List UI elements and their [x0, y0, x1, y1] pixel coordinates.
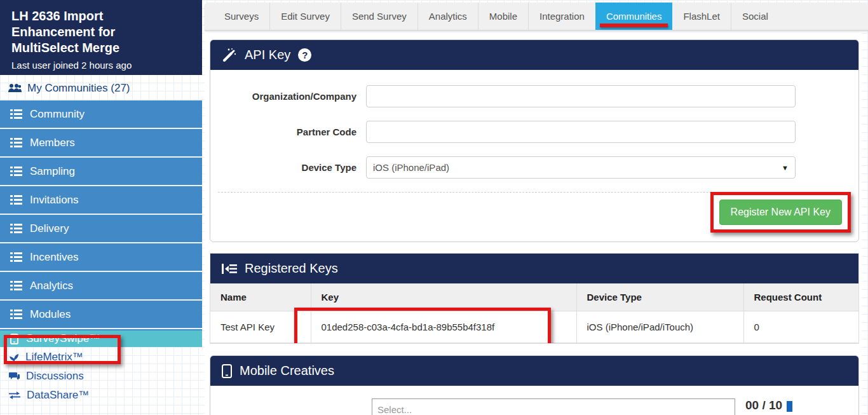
creative-select-placeholder: Select...: [377, 404, 412, 415]
tab-social[interactable]: Social: [731, 3, 779, 30]
register-new-api-key-button[interactable]: Register New API Key: [719, 200, 842, 225]
sidebar-item-label: Analytics: [30, 280, 73, 292]
tab-edit-survey[interactable]: Edit Survey: [269, 3, 341, 30]
tab-send-survey[interactable]: Send Survey: [341, 3, 417, 30]
device-type-selected-value: iOS (iPhone/iPad): [373, 162, 449, 173]
sidebar-item-sampling[interactable]: Sampling: [0, 158, 202, 186]
tab-label: Integration: [539, 11, 585, 22]
community-header: LH 2636 Import Enhancement for MultiSele…: [0, 0, 202, 75]
magic-wand-icon: [222, 48, 237, 63]
cell-device-type: iOS (iPhone/iPad/iTouch): [576, 311, 743, 343]
sidebar-item-label: DataShare™: [27, 389, 89, 402]
tab-label: Surveys: [224, 11, 259, 22]
api-key-form: Organization/Company Partner Code Device…: [210, 70, 858, 242]
api-key-panel: API Key ? Organization/Company Partner C…: [210, 39, 859, 242]
annotation-box-register-button: Register New API Key: [710, 192, 851, 233]
form-row-device-type: Device Type iOS (iPhone/iPad) ▼: [210, 156, 858, 179]
creative-counter: 00 / 10: [745, 398, 792, 412]
tab-label: Edit Survey: [281, 11, 330, 22]
cell-key-value: 01ded258-c03a-4cfa-bd1a-89b55b4f318f: [311, 311, 576, 343]
tab-communities-active[interactable]: Communities: [595, 3, 673, 30]
my-communities-link[interactable]: My Communities (27): [0, 75, 202, 100]
swap-arrows-icon: [9, 391, 20, 399]
sidebar-item-label: Sampling: [30, 165, 75, 178]
column-header-device-type: Device Type: [576, 283, 743, 311]
list-icon: [10, 109, 22, 119]
annotation-underline-communities: [600, 24, 668, 27]
mobile-phone-icon: [10, 334, 18, 344]
api-key-value-text: 01ded258-c03a-4cfa-bd1a-89b55b4f318f: [322, 322, 495, 332]
indent-list-icon: [222, 263, 237, 275]
device-type-label: Device Type: [210, 162, 366, 173]
tab-analytics[interactable]: Analytics: [417, 3, 478, 30]
main-content: API Key ? Organization/Company Partner C…: [205, 31, 862, 415]
mobile-phone-icon: [222, 364, 232, 378]
sidebar-item-invitations[interactable]: Invitations: [0, 186, 202, 215]
tab-flashlet[interactable]: FlashLet: [672, 3, 731, 30]
form-row-partner-code: Partner Code: [210, 121, 858, 143]
tab-label: FlashLet: [683, 11, 720, 22]
mobile-creatives-panel: Mobile Creatives Select... 00 / 10: [210, 355, 859, 415]
mobile-creatives-body: Select... 00 / 10: [210, 386, 858, 415]
device-type-select[interactable]: iOS (iPhone/iPad) ▼: [366, 156, 796, 179]
sidebar-item-label: Delivery: [30, 222, 69, 235]
list-icon: [10, 281, 22, 290]
column-header-name: Name: [210, 283, 311, 311]
table-row: Test API Key 01ded258-c03a-4cfa-bd1a-89b…: [210, 311, 858, 343]
list-icon: [10, 310, 22, 319]
sidebar-item-discussions[interactable]: Discussions: [0, 367, 202, 385]
cell-request-count: 0: [743, 311, 858, 343]
tab-surveys[interactable]: Surveys: [214, 3, 269, 30]
sidebar-item-label: Community: [30, 108, 85, 121]
chat-bubbles-icon: [9, 372, 20, 381]
partner-code-input[interactable]: [366, 121, 796, 143]
mobile-creatives-title: Mobile Creatives: [240, 364, 334, 378]
list-icon: [10, 252, 22, 262]
sidebar-item-analytics[interactable]: Analytics: [0, 272, 202, 301]
sidebar-item-label: LifeMetrix™: [25, 351, 83, 364]
help-icon[interactable]: ?: [298, 48, 311, 62]
sidebar-item-incentives[interactable]: Incentives: [0, 243, 202, 272]
creative-counter-text: 00 / 10: [745, 398, 782, 412]
tab-label: Mobile: [489, 11, 517, 22]
list-icon: [10, 224, 22, 233]
tab-label: Send Survey: [352, 11, 407, 22]
sidebar-item-members[interactable]: Members: [0, 129, 202, 158]
mobile-creatives-header: Mobile Creatives: [210, 356, 858, 386]
form-row-organization: Organization/Company: [210, 85, 858, 107]
table-header-row: Name Key Device Type Request Count: [210, 283, 858, 311]
tab-label: Communities: [606, 11, 662, 22]
list-icon: [10, 138, 22, 147]
blue-indicator-icon: [787, 401, 792, 412]
creative-select[interactable]: Select...: [372, 398, 735, 415]
my-communities-label: My Communities (27): [27, 82, 130, 95]
sidebar-item-delivery[interactable]: Delivery: [0, 215, 202, 243]
tab-label: Analytics: [429, 11, 467, 22]
last-user-joined-text: Last user joined 2 hours ago: [11, 60, 192, 71]
sidebar-item-modules[interactable]: Modules: [0, 301, 202, 329]
sidebar-item-lifemetrix[interactable]: LifeMetrix™: [0, 348, 202, 366]
api-key-header: API Key ?: [210, 40, 858, 70]
sidebar-item-community[interactable]: Community: [0, 100, 202, 129]
sidebar-item-datashare[interactable]: DataShare™: [0, 386, 202, 404]
registered-keys-title: Registered Keys: [245, 261, 338, 276]
sidebar-item-label: Incentives: [30, 251, 79, 264]
people-group-icon: [8, 83, 22, 93]
partner-code-label: Partner Code: [210, 126, 366, 137]
community-title: LH 2636 Import Enhancement for MultiSele…: [11, 8, 142, 57]
api-key-title: API Key: [245, 48, 290, 62]
list-icon: [10, 167, 22, 176]
sidebar: LH 2636 Import Enhancement for MultiSele…: [0, 0, 202, 415]
top-navigation: Surveys Edit Survey Send Survey Analytic…: [205, 3, 868, 31]
sidebar-item-label: SurveySwipe™: [26, 332, 100, 345]
lifemetrix-icon: [9, 353, 19, 362]
tab-mobile[interactable]: Mobile: [478, 3, 528, 30]
registered-keys-panel: Registered Keys Name Key Device Type Req…: [210, 253, 859, 344]
tab-integration[interactable]: Integration: [528, 3, 595, 30]
sidebar-item-label: Members: [30, 137, 75, 149]
cell-key-name: Test API Key: [210, 311, 311, 343]
register-button-row: Register New API Key: [210, 192, 858, 242]
organization-input[interactable]: [366, 85, 796, 107]
chevron-down-icon: ▼: [782, 164, 789, 172]
sidebar-item-surveyswipe[interactable]: SurveySwipe™: [0, 329, 202, 347]
